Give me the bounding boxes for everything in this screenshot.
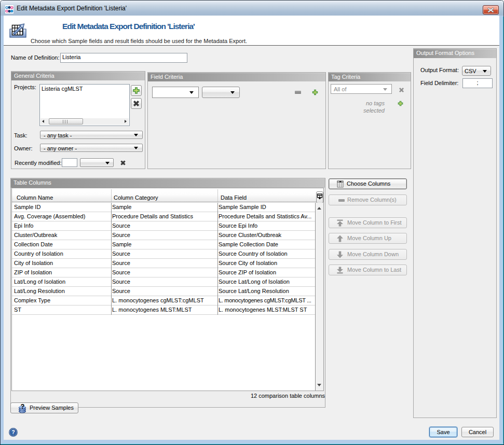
svg-text:?: ?	[11, 429, 15, 435]
svg-text:?: ?	[21, 404, 25, 410]
